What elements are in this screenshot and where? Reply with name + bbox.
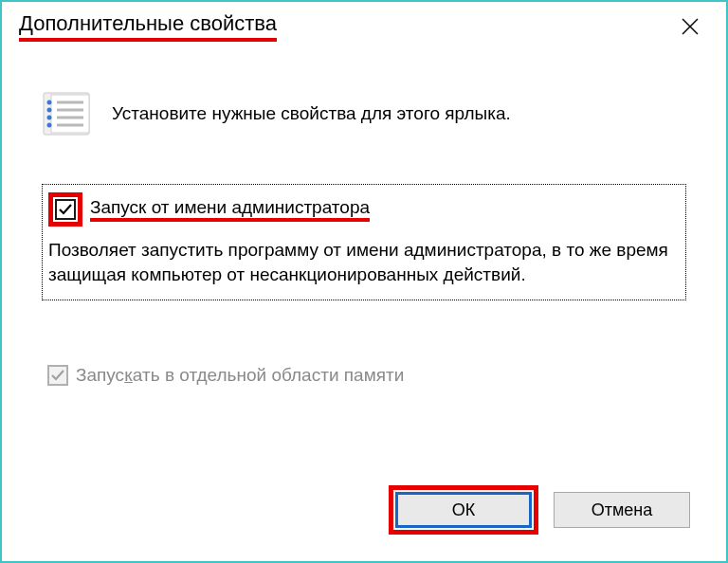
content-area: Установите нужные свойства для этого ярл…	[2, 55, 726, 386]
button-row: ОК Отмена	[389, 485, 690, 535]
run-as-admin-option: Запуск от имени администратора Позволяет…	[42, 184, 686, 300]
highlight-frame	[48, 192, 82, 227]
close-icon	[681, 17, 700, 36]
properties-icon	[42, 89, 91, 138]
separate-memory-option: Запускать в отдельной области памяти	[42, 365, 686, 386]
svg-rect-3	[51, 95, 89, 133]
separate-memory-checkbox	[47, 365, 68, 386]
svg-point-8	[47, 100, 52, 105]
run-as-admin-checkbox[interactable]	[55, 199, 76, 220]
checkmark-icon	[58, 202, 73, 217]
checkmark-icon	[50, 368, 65, 383]
highlight-frame: ОК	[389, 485, 538, 535]
titlebar: Дополнительные свойства	[2, 2, 726, 55]
close-button[interactable]	[671, 8, 709, 45]
dialog-window: Дополнительные свойства Устано	[0, 0, 728, 563]
run-as-admin-label[interactable]: Запуск от имени администратора	[90, 197, 370, 222]
svg-point-11	[47, 123, 52, 128]
svg-point-9	[47, 108, 52, 113]
instruction-row: Установите нужные свойства для этого ярл…	[42, 89, 686, 138]
instruction-text: Установите нужные свойства для этого ярл…	[112, 103, 511, 124]
separate-memory-label: Запускать в отдельной области памяти	[76, 365, 404, 386]
svg-point-10	[47, 116, 52, 120]
cancel-button[interactable]: Отмена	[554, 492, 690, 528]
run-as-admin-description: Позволяет запустить программу от имени а…	[48, 238, 680, 286]
ok-button[interactable]: ОК	[395, 492, 532, 528]
dialog-title: Дополнительные свойства	[19, 11, 277, 42]
